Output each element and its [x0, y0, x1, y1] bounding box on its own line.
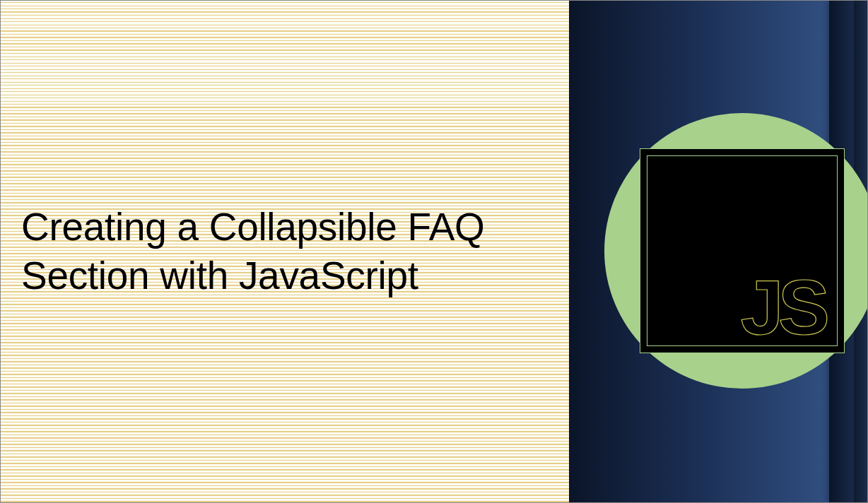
title-panel: Creating a Collapsible FAQ Section with … — [0, 0, 569, 503]
js-letter-j: J — [740, 274, 778, 341]
js-logo-text: J S — [740, 274, 826, 341]
js-logo-circle: J S — [604, 113, 868, 389]
decoration-panel: J S — [569, 0, 868, 503]
presentation-slide: Creating a Collapsible FAQ Section with … — [0, 0, 868, 503]
js-logo-square-outer: J S — [640, 148, 845, 353]
js-logo-square-inner: J S — [647, 155, 838, 346]
js-letter-s: S — [778, 274, 826, 341]
slide-title: Creating a Collapsible FAQ Section with … — [21, 203, 548, 300]
